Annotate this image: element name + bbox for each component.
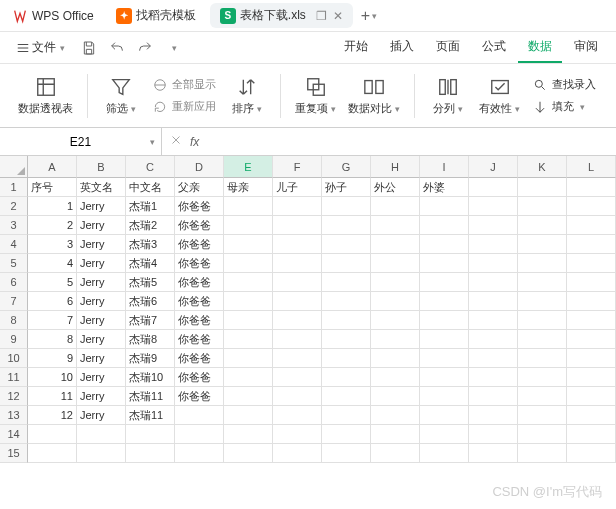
cell[interactable]: Jerry: [77, 368, 126, 387]
cell[interactable]: [567, 444, 616, 463]
col-header-K[interactable]: K: [518, 156, 567, 178]
cell[interactable]: [420, 311, 469, 330]
cell[interactable]: [371, 444, 420, 463]
cell[interactable]: [420, 254, 469, 273]
row-header[interactable]: 10: [0, 349, 28, 368]
cell[interactable]: [518, 444, 567, 463]
cell[interactable]: [175, 406, 224, 425]
cell[interactable]: [567, 273, 616, 292]
cell[interactable]: [469, 273, 518, 292]
save-button[interactable]: [77, 36, 101, 60]
cell[interactable]: [224, 444, 273, 463]
col-header-A[interactable]: A: [28, 156, 77, 178]
cell[interactable]: 中文名: [126, 178, 175, 197]
cell[interactable]: [469, 387, 518, 406]
cell[interactable]: [371, 387, 420, 406]
cell[interactable]: [273, 197, 322, 216]
duplicates-button[interactable]: 重复项▾: [291, 73, 340, 118]
col-header-C[interactable]: C: [126, 156, 175, 178]
name-box[interactable]: ▾: [0, 128, 162, 155]
cell[interactable]: Jerry: [77, 235, 126, 254]
cell[interactable]: [469, 406, 518, 425]
cell[interactable]: 5: [28, 273, 77, 292]
cell[interactable]: [518, 368, 567, 387]
cell[interactable]: 你爸爸: [175, 368, 224, 387]
cell[interactable]: [518, 425, 567, 444]
cell[interactable]: [518, 406, 567, 425]
cell[interactable]: [273, 387, 322, 406]
row-header[interactable]: 8: [0, 311, 28, 330]
cell[interactable]: 你爸爸: [175, 330, 224, 349]
cell[interactable]: 你爸爸: [175, 216, 224, 235]
cell[interactable]: [567, 311, 616, 330]
cell[interactable]: [469, 349, 518, 368]
cell[interactable]: [371, 197, 420, 216]
cell[interactable]: 你爸爸: [175, 273, 224, 292]
chevron-down-icon[interactable]: ▾: [150, 137, 155, 147]
cell[interactable]: [273, 406, 322, 425]
cell[interactable]: [224, 235, 273, 254]
cell[interactable]: [371, 349, 420, 368]
cell[interactable]: [567, 292, 616, 311]
cell[interactable]: [567, 254, 616, 273]
cell[interactable]: [420, 406, 469, 425]
cell[interactable]: [371, 235, 420, 254]
cell[interactable]: 孙子: [322, 178, 371, 197]
cell[interactable]: 你爸爸: [175, 235, 224, 254]
row-header[interactable]: 11: [0, 368, 28, 387]
cell[interactable]: [420, 444, 469, 463]
cell[interactable]: 杰瑞2: [126, 216, 175, 235]
cell[interactable]: 杰瑞9: [126, 349, 175, 368]
cell[interactable]: 9: [28, 349, 77, 368]
sort-button[interactable]: 排序▾: [224, 73, 270, 118]
tab-workbook[interactable]: S 表格下载.xls ❐ ✕: [210, 3, 353, 28]
select-all-corner[interactable]: [0, 156, 28, 178]
cell[interactable]: Jerry: [77, 254, 126, 273]
add-tab-button[interactable]: +: [361, 7, 370, 25]
cell[interactable]: [518, 292, 567, 311]
cell[interactable]: 外公: [371, 178, 420, 197]
row-header[interactable]: 6: [0, 273, 28, 292]
cell[interactable]: [420, 368, 469, 387]
cell[interactable]: [420, 425, 469, 444]
cell[interactable]: 英文名: [77, 178, 126, 197]
col-header-H[interactable]: H: [371, 156, 420, 178]
compare-button[interactable]: 数据对比▾: [344, 73, 404, 118]
row-header[interactable]: 1: [0, 178, 28, 197]
cell[interactable]: [224, 216, 273, 235]
row-header[interactable]: 2: [0, 197, 28, 216]
cell[interactable]: 杰瑞11: [126, 387, 175, 406]
cell[interactable]: 你爸爸: [175, 311, 224, 330]
row-header[interactable]: 12: [0, 387, 28, 406]
cell[interactable]: [322, 197, 371, 216]
cell[interactable]: [567, 197, 616, 216]
filter-button[interactable]: 筛选▾: [98, 73, 144, 118]
cell[interactable]: [420, 273, 469, 292]
show-all-button[interactable]: 全部显示: [148, 75, 220, 95]
cell[interactable]: [420, 330, 469, 349]
cell[interactable]: 杰瑞11: [126, 406, 175, 425]
cell[interactable]: 12: [28, 406, 77, 425]
cell[interactable]: 杰瑞1: [126, 197, 175, 216]
spreadsheet-grid[interactable]: ABCDEFGHIJKL 123456789101112131415 序号英文名…: [0, 156, 616, 509]
cancel-icon[interactable]: [170, 134, 182, 149]
cell[interactable]: [518, 273, 567, 292]
close-tab-icon[interactable]: ✕: [333, 9, 343, 23]
cell[interactable]: [273, 349, 322, 368]
cell[interactable]: Jerry: [77, 292, 126, 311]
col-header-D[interactable]: D: [175, 156, 224, 178]
cell[interactable]: [567, 349, 616, 368]
cell[interactable]: [322, 349, 371, 368]
cell[interactable]: [469, 368, 518, 387]
restore-icon[interactable]: ❐: [316, 9, 327, 23]
cell[interactable]: [371, 254, 420, 273]
cell[interactable]: [224, 330, 273, 349]
cell[interactable]: Jerry: [77, 216, 126, 235]
cell[interactable]: [322, 330, 371, 349]
cell[interactable]: [126, 425, 175, 444]
pivot-table-button[interactable]: 数据透视表: [14, 73, 77, 118]
cell[interactable]: [518, 387, 567, 406]
cell[interactable]: 你爸爸: [175, 292, 224, 311]
cell[interactable]: 杰瑞6: [126, 292, 175, 311]
row-header[interactable]: 14: [0, 425, 28, 444]
